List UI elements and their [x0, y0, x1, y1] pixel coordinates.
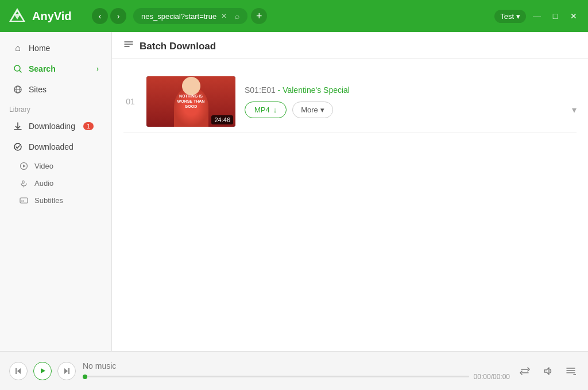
minimize-button[interactable]: — [529, 9, 544, 24]
sidebar-item-home-label: Home [29, 44, 50, 53]
titlebar: AnyVid ‹ › nes_special?start=true ✕ ⌕ + … [0, 0, 588, 32]
sidebar-item-search[interactable]: Search › [3, 59, 108, 79]
tab-search-icon: ⌕ [235, 11, 239, 21]
svg-marker-25 [544, 368, 549, 375]
back-button[interactable]: ‹ [92, 8, 108, 24]
item-title: S01:E01 - Valentine's Special [245, 85, 577, 95]
audio-icon [18, 178, 29, 188]
queue-button[interactable] [563, 363, 579, 379]
search-icon [13, 64, 23, 74]
sidebar-subitem-audio-label: Audio [34, 179, 53, 188]
tab-area: nes_special?start=true ✕ ⌕ + [133, 8, 485, 24]
logo-icon [7, 6, 28, 26]
player-right-controls [517, 363, 579, 379]
player-controls [9, 362, 76, 380]
item-info: S01:E01 - Valentine's Special MP4 ↓ More… [245, 85, 577, 118]
svg-line-4 [20, 71, 21, 72]
repeat-button[interactable] [517, 363, 533, 379]
svg-rect-23 [68, 368, 69, 374]
time-current: 00:00 [474, 373, 491, 381]
repeat-icon [520, 366, 530, 376]
tab-url: nes_special?start=true [141, 12, 216, 21]
more-chevron-icon: ▾ [320, 106, 324, 114]
progress-dot [83, 375, 87, 379]
subtitles-icon: cc [18, 195, 29, 205]
progress-bar[interactable] [83, 376, 469, 377]
close-button[interactable]: ✕ [566, 9, 581, 24]
add-tab-button[interactable]: + [251, 8, 267, 24]
download-icon: ↓ [273, 106, 277, 114]
skip-forward-icon [63, 368, 70, 375]
video-duration: 24:46 [211, 115, 233, 124]
result-item: 01 NOTHING ISWORSE THANGOOD 24:46 S01:E0… [123, 71, 577, 133]
svg-marker-21 [17, 368, 21, 374]
nav-buttons: ‹ › [92, 8, 126, 24]
svg-rect-20 [16, 368, 17, 374]
main-layout: ⌂ Home Search › Sites Libra [0, 32, 588, 351]
tab-close-button[interactable]: ✕ [221, 12, 227, 20]
episode-prefix: S01:E01 - Valentine's Special [245, 85, 350, 95]
sidebar-item-downloaded[interactable]: Downloaded [3, 137, 108, 157]
mp4-label: MP4 [254, 106, 270, 114]
item-actions: MP4 ↓ More ▾ ▾ [245, 102, 577, 118]
video-thumbnail: NOTHING ISWORSE THANGOOD 24:46 [146, 76, 235, 127]
sidebar: ⌂ Home Search › Sites Libra [0, 32, 112, 351]
sidebar-subitem-subtitles-label: Subtitles [34, 196, 63, 205]
window-controls: Test ▾ — □ ✕ [494, 9, 581, 24]
user-menu-button[interactable]: Test ▾ [494, 10, 526, 23]
svg-point-10 [14, 143, 21, 150]
svg-marker-12 [23, 165, 26, 167]
volume-button[interactable] [540, 363, 556, 379]
active-tab[interactable]: nes_special?start=true ✕ ⌕ [133, 8, 247, 24]
home-icon: ⌂ [13, 43, 23, 53]
svg-marker-24 [64, 368, 68, 374]
sidebar-item-sites[interactable]: Sites [3, 80, 108, 99]
skip-back-icon [15, 368, 22, 375]
play-icon [39, 367, 47, 375]
time-total: 00:00 [493, 373, 510, 381]
content-header: Batch Download [112, 32, 588, 59]
sidebar-item-home[interactable]: ⌂ Home [3, 38, 108, 58]
sidebar-subitem-video[interactable]: Video [0, 157, 111, 174]
svg-rect-13 [22, 181, 24, 184]
results-area: 01 NOTHING ISWORSE THANGOOD 24:46 S01:E0… [112, 59, 588, 351]
downloading-badge: 1 [83, 122, 94, 130]
sidebar-item-search-label: Search [29, 64, 56, 73]
play-button[interactable] [33, 362, 52, 380]
user-chevron-icon: ▾ [516, 12, 520, 21]
svg-marker-22 [41, 368, 45, 373]
sidebar-subitem-audio[interactable]: Audio [0, 174, 111, 192]
queue-icon [566, 366, 576, 376]
player-bar: No music 00:00/00:00 [0, 351, 588, 390]
mp4-download-button[interactable]: MP4 ↓ [245, 102, 287, 118]
sites-icon [13, 84, 23, 95]
volume-icon [543, 366, 553, 376]
forward-button[interactable]: › [110, 8, 126, 24]
video-icon [18, 161, 29, 171]
batch-download-icon [123, 40, 134, 53]
app-name: AnyVid [32, 10, 72, 23]
item-number: 01 [123, 97, 137, 106]
item-expand-icon[interactable]: ▾ [572, 104, 577, 115]
downloading-icon [13, 121, 23, 131]
user-name: Test [500, 12, 514, 21]
previous-button[interactable] [9, 362, 28, 380]
maximize-button[interactable]: □ [548, 9, 563, 24]
player-info: No music 00:00/00:00 [83, 361, 510, 381]
sidebar-subitem-subtitles[interactable]: cc Subtitles [0, 192, 111, 209]
player-progress: 00:00/00:00 [83, 373, 510, 381]
svg-text:cc: cc [21, 199, 25, 202]
logo-area: AnyVid [7, 6, 87, 26]
library-section-label: Library [0, 100, 111, 116]
more-options-button[interactable]: More ▾ [292, 102, 333, 118]
downloaded-icon [13, 142, 23, 152]
search-chevron-icon: › [96, 65, 99, 73]
sidebar-item-downloaded-label: Downloaded [29, 142, 74, 151]
next-button[interactable] [57, 362, 76, 380]
sidebar-item-downloading[interactable]: Downloading 1 [3, 116, 108, 136]
content-area: Batch Download 01 NOTHING ISWORSE THANGO… [112, 32, 588, 351]
more-label: More [301, 106, 318, 114]
time-display: 00:00/00:00 [474, 373, 510, 381]
page-title: Batch Download [140, 41, 216, 52]
sidebar-item-sites-label: Sites [29, 85, 47, 94]
